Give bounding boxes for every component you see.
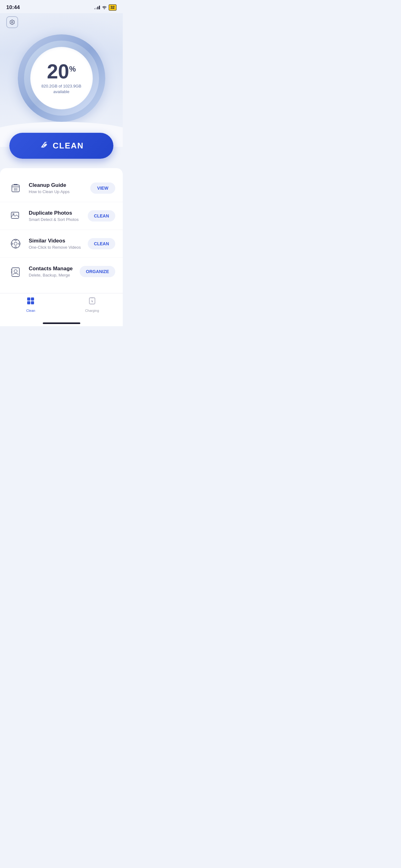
contacts-manage-text: Contacts Manage Delete, Backup, Merge [29,266,75,277]
duplicate-photos-button[interactable]: CLEAN [88,210,115,221]
cleanup-guide-icon [7,180,24,196]
list-item: Similar Videos One-Click to Remove Video… [0,230,123,258]
duplicate-photos-subtitle: Smart Detect & Sort Photos [29,217,83,222]
svg-point-4 [46,142,47,142]
hero-area: 20% 820.2GB of 1023.9GBavailable [0,13,123,147]
similar-videos-title: Similar Videos [29,238,83,244]
storage-detail: 820.2GB of 1023.9GBavailable [41,84,81,95]
contacts-manage-subtitle: Delete, Backup, Merge [29,273,75,277]
battery-indicator: 32 [109,4,116,11]
svg-point-17 [15,239,16,241]
svg-point-16 [14,242,17,245]
similar-videos-text: Similar Videos One-Click to Remove Video… [29,238,83,250]
svg-rect-29 [31,301,34,304]
list-item: Duplicate Photos Smart Detect & Sort Pho… [0,202,123,230]
status-bar: 10:44 32 [0,0,123,13]
signal-icon [94,6,100,9]
home-indicator [0,320,123,326]
settings-button[interactable] [6,16,18,28]
svg-rect-27 [31,298,34,301]
storage-circle: 20% 820.2GB of 1023.9GBavailable [6,34,116,122]
storage-percent-display: 20% [47,62,76,82]
wifi-icon [102,6,107,9]
charging-tab-icon [89,297,96,307]
tab-clean[interactable]: Clean [18,297,43,312]
home-indicator-bar [43,322,80,324]
status-icons: 32 [94,4,116,11]
cleanup-guide-button[interactable]: VIEW [90,183,115,194]
tab-bar: Clean Charging [0,293,123,320]
svg-point-20 [19,243,20,245]
svg-point-18 [15,247,16,248]
clean-tab-label: Clean [26,309,35,312]
cleanup-guide-text: Cleanup Guide How to Clean Up Apps [29,182,85,194]
svg-rect-21 [12,268,20,277]
similar-videos-subtitle: One-Click to Remove Videos [29,245,83,250]
contacts-manage-title: Contacts Manage [29,266,75,272]
duplicate-photos-title: Duplicate Photos [29,210,83,216]
clean-button-label: CLEAN [53,141,84,151]
percent-symbol: % [69,65,75,73]
svg-rect-13 [11,212,19,218]
contacts-manage-icon [7,264,24,280]
svg-point-3 [45,142,46,143]
charging-tab-label: Charging [85,309,99,312]
svg-point-14 [13,213,14,215]
status-time: 10:44 [6,4,20,11]
contacts-manage-button[interactable]: ORGANIZE [80,266,115,277]
svg-rect-28 [27,301,30,304]
duplicate-photos-icon [7,208,24,224]
duplicate-photos-text: Duplicate Photos Smart Detect & Sort Pho… [29,210,83,222]
cleanup-guide-subtitle: How to Clean Up Apps [29,189,85,194]
svg-marker-1 [10,20,14,25]
clean-tab-icon [26,297,35,307]
svg-point-19 [11,243,13,245]
svg-rect-26 [27,298,30,301]
similar-videos-button[interactable]: CLEAN [88,238,115,249]
main-clean-button[interactable]: CLEAN [9,133,113,159]
cleanup-guide-title: Cleanup Guide [29,182,85,188]
svg-point-22 [14,270,17,273]
list-item: Cleanup Guide How to Clean Up Apps VIEW [0,174,123,202]
tab-charging[interactable]: Charging [80,297,105,312]
list-item: Contacts Manage Delete, Backup, Merge OR… [0,258,123,285]
similar-videos-icon [7,236,24,252]
svg-point-2 [11,22,13,23]
clean-button-icon [39,140,49,152]
main-content: Cleanup Guide How to Clean Up Apps VIEW … [0,168,123,293]
